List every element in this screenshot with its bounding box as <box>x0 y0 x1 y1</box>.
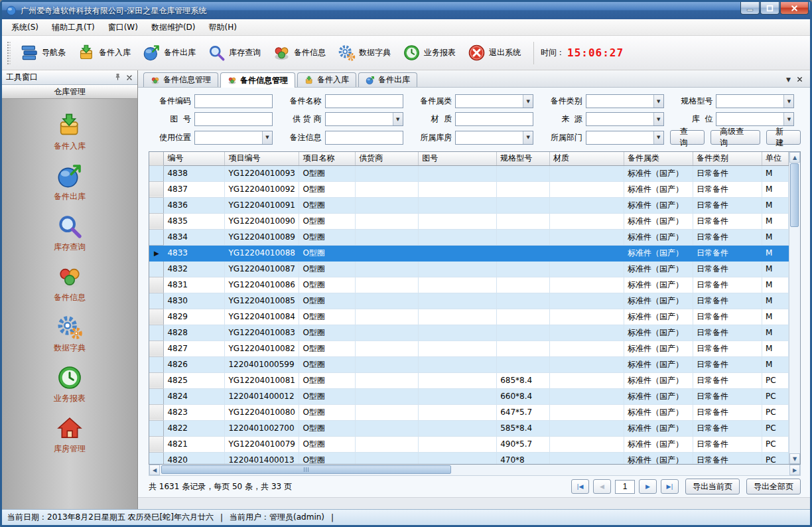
horizontal-scrollbar[interactable]: ◀ ▶ <box>149 465 801 476</box>
cell: 标准件（国产） <box>624 197 693 213</box>
column-header[interactable]: 备件类别 <box>693 152 762 165</box>
table-row[interactable]: 4827YG12204010082O型圈标准件（国产）日常备件M <box>149 340 789 356</box>
toolbar-button-exit-system[interactable]: 退出系统 <box>462 40 527 66</box>
column-header[interactable]: 备件属类 <box>624 152 693 165</box>
sidebar-item-parts-out[interactable]: 备件出库 <box>2 157 137 208</box>
page-number-input[interactable] <box>615 480 635 494</box>
sidebar-item-parts-in[interactable]: 备件入库 <box>2 107 137 157</box>
toolbar-button-data-dictionary[interactable]: 数据字典 <box>332 40 397 66</box>
warehouse-select[interactable]: ▼ <box>455 131 533 145</box>
remark-input[interactable] <box>325 131 403 145</box>
table-row[interactable]: 4829YG12204010084O型圈标准件（国产）日常备件M <box>149 309 789 325</box>
part-code-input[interactable] <box>194 94 273 108</box>
data-dictionary-icon <box>56 314 83 340</box>
table-row[interactable]: 4838YG12204010093O型圈标准件（国产）日常备件M <box>149 165 789 181</box>
tab-parts-out[interactable]: 备件出库 <box>358 72 417 87</box>
table-row[interactable]: 4832YG12204010087O型圈标准件（国产）日常备件M <box>149 261 789 277</box>
table-row[interactable]: 4835YG12204010090O型圈标准件（国产）日常备件M <box>149 213 789 229</box>
table-row[interactable]: 4830YG12204010085O型圈标准件（国产）日常备件M <box>149 293 789 309</box>
toolbar-button-parts-out[interactable]: 备件出库 <box>137 40 202 66</box>
column-header[interactable]: 项目名称 <box>299 152 356 165</box>
next-page-button[interactable]: ▶ <box>639 479 657 494</box>
table-row[interactable]: 48241220401400012O型圈660*8.4标准件（国产）日常备件PC <box>149 388 789 404</box>
table-row[interactable]: 4836YG12204010091O型圈标准件（国产）日常备件M <box>149 197 789 213</box>
prev-page-button[interactable]: ◀ <box>593 479 611 494</box>
vertical-scrollbar[interactable]: ▲ ▼ <box>789 152 800 464</box>
minimize-button[interactable] <box>740 2 760 15</box>
column-header[interactable]: 规格型号 <box>497 152 550 165</box>
menu-item-window[interactable]: 窗口(W) <box>102 19 145 36</box>
table-row[interactable]: 4821YG12204010079O型圈490*5.7标准件（国产）日常备件PC <box>149 436 789 452</box>
column-header[interactable]: 供货商 <box>356 152 419 165</box>
advanced-query-button[interactable]: 高级查询 <box>710 130 760 145</box>
part-type-select[interactable]: ▼ <box>586 94 664 108</box>
sidebar-item-warehouse[interactable]: 库房管理 <box>2 410 137 460</box>
cell: 4838 <box>164 165 225 181</box>
export-all-pages-button[interactable]: 导出全部页 <box>746 479 801 494</box>
department-select[interactable]: ▼ <box>586 131 664 145</box>
new-button[interactable]: 新建 <box>766 130 801 145</box>
table-row[interactable]: 4825YG12204010081O型圈685*8.4标准件（国产）日常备件PC <box>149 372 789 388</box>
maximize-button[interactable] <box>760 2 779 15</box>
vertical-scroll-thumb[interactable] <box>790 163 799 227</box>
tab-parts-info-mgmt-2[interactable]: 备件信息管理 <box>220 72 295 88</box>
last-page-button[interactable]: ▶| <box>661 479 679 494</box>
horizontal-scroll-thumb[interactable] <box>161 465 451 474</box>
sidebar-item-business-report[interactable]: 业务报表 <box>2 359 137 410</box>
column-header[interactable]: 图号 <box>419 152 497 165</box>
location-select[interactable]: ▼ <box>716 112 794 126</box>
scroll-up-icon[interactable]: ▲ <box>789 152 800 163</box>
sidebar-item-inventory-query[interactable]: 库存查询 <box>2 208 137 258</box>
table-row[interactable]: 48201220401400013O型圈470*8标准件（国产）日常备件PC <box>149 452 789 464</box>
toolbar-grip[interactable] <box>7 42 11 64</box>
export-current-page-button[interactable]: 导出当前页 <box>685 479 740 494</box>
close-button[interactable] <box>780 2 809 15</box>
table-row[interactable]: 4831YG12204010086O型圈标准件（国产）日常备件M <box>149 277 789 293</box>
column-header[interactable]: 项目编号 <box>225 152 299 165</box>
column-header[interactable]: 单位 <box>762 152 788 165</box>
source-select[interactable]: ▼ <box>586 112 664 126</box>
toolbar-label-business-report: 业务报表 <box>424 47 456 58</box>
query-button[interactable]: 查询 <box>670 130 705 145</box>
close-tab-icon[interactable] <box>796 76 803 83</box>
part-name-input[interactable] <box>325 94 403 108</box>
table-row[interactable]: 4828YG12204010083O型圈标准件（国产）日常备件M <box>149 325 789 340</box>
table-row[interactable]: 4837YG12204010092O型圈标准件（国产）日常备件M <box>149 181 789 197</box>
scroll-left-icon[interactable]: ◀ <box>149 465 160 475</box>
sidebar-group-warehouse[interactable]: 仓库管理 <box>2 85 137 99</box>
column-header[interactable]: 编号 <box>164 152 225 165</box>
scroll-down-icon[interactable]: ▼ <box>789 453 800 464</box>
toolbar-button-parts-in[interactable]: 备件入库 <box>72 40 137 66</box>
first-page-button[interactable]: |◀ <box>571 479 589 494</box>
tab-parts-in[interactable]: 备件入库 <box>297 72 356 87</box>
material-input[interactable] <box>455 112 533 126</box>
close-panel-icon[interactable] <box>125 74 133 82</box>
table-row[interactable]: 48261220401000599O型圈标准件（国产）日常备件M <box>149 356 789 372</box>
drawing-no-input[interactable] <box>194 112 273 126</box>
table-row[interactable]: 4834YG12204010089O型圈标准件（国产）日常备件M <box>149 229 789 245</box>
spec-model-select[interactable]: ▼ <box>716 94 794 108</box>
title-bar[interactable]: 广州爱奇迪软件科技有限公司-深田之星仓库管理系统 <box>2 2 810 19</box>
table-row[interactable]: ▶4833YG12204010088O型圈标准件（国产）日常备件M <box>149 245 789 261</box>
sidebar-item-data-dictionary[interactable]: 数据字典 <box>2 309 137 359</box>
tab-list-dropdown-icon[interactable]: ▼ <box>786 76 791 83</box>
toolbar-button-inventory-query[interactable]: 库存查询 <box>202 40 267 66</box>
menu-item-help[interactable]: 帮助(H) <box>202 19 243 36</box>
menu-item-assist-tools[interactable]: 辅助工具(T) <box>45 19 102 36</box>
usage-position-select[interactable]: ▼ <box>194 131 273 145</box>
tab-parts-info-mgmt-1[interactable]: 备件信息管理 <box>143 72 218 87</box>
part-category-select[interactable]: ▼ <box>455 94 533 108</box>
menu-item-system[interactable]: 系统(S) <box>5 19 45 36</box>
column-header[interactable]: 材质 <box>550 152 624 165</box>
pin-icon[interactable] <box>113 73 122 82</box>
cell: M <box>762 261 788 277</box>
scroll-right-icon[interactable]: ▶ <box>789 465 800 475</box>
table-row[interactable]: 4823YG12204010080O型圈647*5.7标准件（国产）日常备件PC <box>149 404 789 420</box>
supplier-select[interactable]: ▼ <box>325 112 403 126</box>
toolbar-button-parts-info[interactable]: 备件信息 <box>267 40 332 66</box>
toolbar-button-navbar[interactable]: 导航条 <box>15 40 72 66</box>
sidebar-item-parts-info[interactable]: 备件信息 <box>2 258 137 309</box>
menu-item-data-maintenance[interactable]: 数据维护(D) <box>145 19 202 36</box>
table-row[interactable]: 48221220401002700O型圈585*8.4标准件（国产）日常备件PC <box>149 420 789 436</box>
toolbar-button-business-report[interactable]: 业务报表 <box>397 40 462 66</box>
